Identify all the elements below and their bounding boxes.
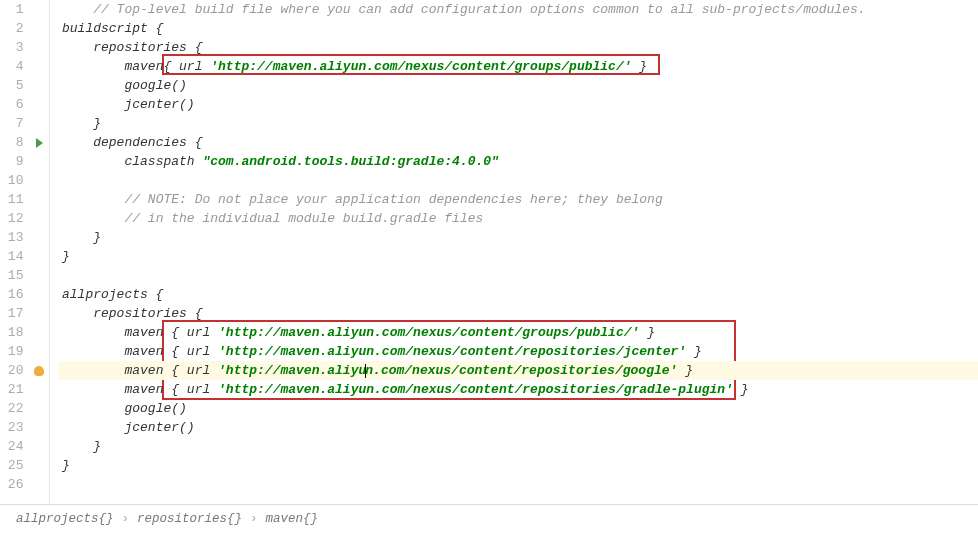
gutter-row: 4 — [0, 57, 49, 76]
line-number: 7 — [0, 116, 29, 131]
code-line[interactable]: allprojects { — [58, 285, 978, 304]
gutter-row: 14 — [0, 247, 49, 266]
line-number: 24 — [0, 439, 29, 454]
code-line[interactable]: } — [58, 114, 978, 133]
code-line[interactable]: jcenter() — [58, 95, 978, 114]
line-number: 19 — [0, 344, 29, 359]
code-area[interactable]: // Top-level build file where you can ad… — [50, 0, 978, 504]
code-line[interactable]: google() — [58, 76, 978, 95]
gutter-row: 9 — [0, 152, 49, 171]
chevron-right-icon: › — [250, 512, 258, 526]
code-line[interactable]: maven { url 'http://maven.aliyun.com/nex… — [58, 380, 978, 399]
run-icon[interactable] — [36, 138, 43, 148]
token-identifier: jcenter() — [124, 97, 194, 112]
gutter-marker — [29, 138, 49, 148]
text-caret — [365, 364, 366, 378]
line-number: 4 — [0, 59, 29, 74]
token-identifier: } — [93, 230, 101, 245]
gutter-row: 22 — [0, 399, 49, 418]
token-identifier: maven { url — [124, 325, 218, 340]
gutter-row: 10 — [0, 171, 49, 190]
token-identifier: buildscript { — [62, 21, 163, 36]
code-line[interactable]: } — [58, 247, 978, 266]
gutter-row: 17 — [0, 304, 49, 323]
code-line[interactable]: maven { url 'http://maven.aliyun.com/nex… — [58, 361, 978, 380]
line-number: 14 — [0, 249, 29, 264]
gutter-row: 7 — [0, 114, 49, 133]
code-line[interactable]: maven{ url 'http://maven.aliyun.com/nexu… — [58, 57, 978, 76]
gutter-row: 13 — [0, 228, 49, 247]
line-number: 11 — [0, 192, 29, 207]
line-number: 2 — [0, 21, 29, 36]
token-identifier: } — [93, 439, 101, 454]
line-number: 9 — [0, 154, 29, 169]
line-number: 26 — [0, 477, 29, 492]
token-identifier: } — [93, 116, 101, 131]
code-line[interactable]: // Top-level build file where you can ad… — [58, 0, 978, 19]
code-line[interactable]: google() — [58, 399, 978, 418]
gutter-row: 11 — [0, 190, 49, 209]
token-identifier: } — [677, 363, 693, 378]
token-string: 'http://maven.aliyun.com/nexus/content/r… — [218, 382, 733, 397]
token-identifier: dependencies { — [93, 135, 202, 150]
line-number: 23 — [0, 420, 29, 435]
breadcrumb-item[interactable]: maven{} — [266, 512, 319, 526]
gutter-row: 26 — [0, 475, 49, 494]
code-line[interactable]: repositories { — [58, 304, 978, 323]
gutter-row: 24 — [0, 437, 49, 456]
token-identifier: maven { url — [124, 363, 218, 378]
line-number: 3 — [0, 40, 29, 55]
code-line[interactable] — [58, 266, 978, 285]
breadcrumb-item[interactable]: repositories{} — [137, 512, 242, 526]
token-identifier: classpath — [124, 154, 202, 169]
token-identifier: } — [62, 458, 70, 473]
code-line[interactable]: maven { url 'http://maven.aliyun.com/nex… — [58, 323, 978, 342]
token-comment: // Top-level build file where you can ad… — [93, 2, 865, 17]
code-line[interactable]: maven { url 'http://maven.aliyun.com/nex… — [58, 342, 978, 361]
line-number: 18 — [0, 325, 29, 340]
token-identifier: jcenter() — [124, 420, 194, 435]
chevron-right-icon: › — [122, 512, 130, 526]
line-number: 5 — [0, 78, 29, 93]
code-line[interactable]: } — [58, 456, 978, 475]
token-string: 'http://maven.aliyun.com/nexus/content/g… — [210, 59, 631, 74]
token-comment: // in the individual module build.gradle… — [124, 211, 483, 226]
gutter-row: 25 — [0, 456, 49, 475]
token-comment: // NOTE: Do not place your application d… — [124, 192, 662, 207]
line-number: 16 — [0, 287, 29, 302]
code-line[interactable] — [58, 475, 978, 494]
line-number: 13 — [0, 230, 29, 245]
code-line[interactable]: dependencies { — [58, 133, 978, 152]
code-line[interactable]: jcenter() — [58, 418, 978, 437]
code-line[interactable]: } — [58, 437, 978, 456]
token-identifier: repositories { — [93, 306, 202, 321]
gutter-row: 2 — [0, 19, 49, 38]
gutter-row: 21 — [0, 380, 49, 399]
token-identifier: } — [632, 59, 648, 74]
line-number: 1 — [0, 2, 29, 17]
gutter: 1234567891011121314151617181920212223242… — [0, 0, 50, 504]
code-line[interactable]: // in the individual module build.gradle… — [58, 209, 978, 228]
token-identifier: } — [686, 344, 702, 359]
gutter-row: 3 — [0, 38, 49, 57]
line-number: 17 — [0, 306, 29, 321]
gutter-row: 15 — [0, 266, 49, 285]
code-line[interactable] — [58, 171, 978, 190]
token-identifier: maven { url — [124, 382, 218, 397]
token-identifier: maven{ url — [124, 59, 210, 74]
token-identifier: } — [639, 325, 655, 340]
line-number: 6 — [0, 97, 29, 112]
token-string: "com.android.tools.build:gradle:4.0.0" — [202, 154, 498, 169]
code-line[interactable]: } — [58, 228, 978, 247]
gutter-row: 19 — [0, 342, 49, 361]
bulb-icon[interactable] — [34, 366, 44, 376]
token-string: 'http://maven.aliyun.com/nexus/content/g… — [218, 325, 639, 340]
code-line[interactable]: repositories { — [58, 38, 978, 57]
token-identifier: google() — [124, 78, 186, 93]
code-line[interactable]: buildscript { — [58, 19, 978, 38]
editor-container: 1234567891011121314151617181920212223242… — [0, 0, 978, 505]
breadcrumb-item[interactable]: allprojects{} — [16, 512, 114, 526]
code-line[interactable]: classpath "com.android.tools.build:gradl… — [58, 152, 978, 171]
line-number: 10 — [0, 173, 29, 188]
code-line[interactable]: // NOTE: Do not place your application d… — [58, 190, 978, 209]
